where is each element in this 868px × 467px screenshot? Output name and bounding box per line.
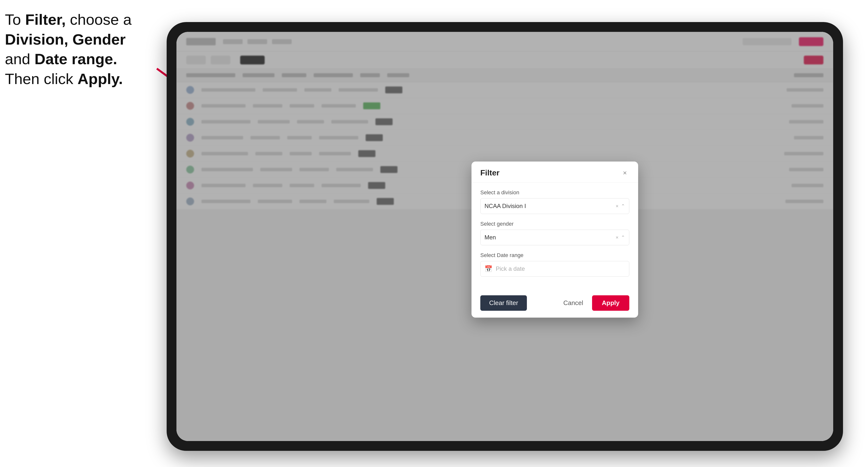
clear-gender-icon[interactable]: × xyxy=(616,235,619,240)
instruction-text: To Filter, choose a Division, Gender and… xyxy=(5,10,147,89)
cancel-button[interactable]: Cancel xyxy=(558,295,588,311)
gender-group: Select gender Men × ⌃ xyxy=(480,221,629,245)
gender-select-icons: × ⌃ xyxy=(616,235,625,240)
instruction-line3: and Date range. xyxy=(5,51,117,67)
tablet-screen: Filter × Select a division NCAA Division… xyxy=(177,32,833,441)
division-value: NCAA Division I xyxy=(485,203,616,210)
instruction-bold1: Filter, xyxy=(25,11,66,28)
modal-body: Select a division NCAA Division I × ⌃ Se… xyxy=(471,183,638,290)
date-group: Select Date range 📅 Pick a date xyxy=(480,252,629,277)
instruction-line1: To Filter, choose a xyxy=(5,11,132,28)
modal-header: Filter × xyxy=(471,161,638,183)
apply-button[interactable]: Apply xyxy=(592,295,629,311)
gender-label: Select gender xyxy=(480,221,629,227)
chevron-division-icon: ⌃ xyxy=(621,203,625,209)
instruction-bold3: Date range. xyxy=(35,51,117,67)
modal-footer: Clear filter Cancel Apply xyxy=(471,290,638,317)
clear-filter-button[interactable]: Clear filter xyxy=(480,295,527,311)
chevron-gender-icon: ⌃ xyxy=(621,235,625,240)
date-placeholder: Pick a date xyxy=(496,266,525,272)
gender-select[interactable]: Men × ⌃ xyxy=(480,229,629,245)
modal-close-button[interactable]: × xyxy=(620,168,629,177)
division-group: Select a division NCAA Division I × ⌃ xyxy=(480,189,629,214)
instruction-bold4: Apply. xyxy=(78,70,123,87)
close-icon: × xyxy=(623,169,627,177)
modal-title: Filter xyxy=(480,168,499,177)
instruction-bold2: Division, Gender xyxy=(5,31,126,48)
calendar-icon: 📅 xyxy=(485,265,492,273)
clear-division-icon[interactable]: × xyxy=(616,204,619,209)
division-select[interactable]: NCAA Division I × ⌃ xyxy=(480,198,629,214)
tablet-frame: Filter × Select a division NCAA Division… xyxy=(167,22,843,451)
division-label: Select a division xyxy=(480,189,629,196)
instruction-line4: Then click Apply. xyxy=(5,70,123,87)
gender-value: Men xyxy=(485,234,616,241)
date-label: Select Date range xyxy=(480,252,629,258)
footer-actions: Cancel Apply xyxy=(558,295,629,311)
date-input[interactable]: 📅 Pick a date xyxy=(480,261,629,277)
filter-modal: Filter × Select a division NCAA Division… xyxy=(471,161,638,317)
division-select-icons: × ⌃ xyxy=(616,203,625,209)
